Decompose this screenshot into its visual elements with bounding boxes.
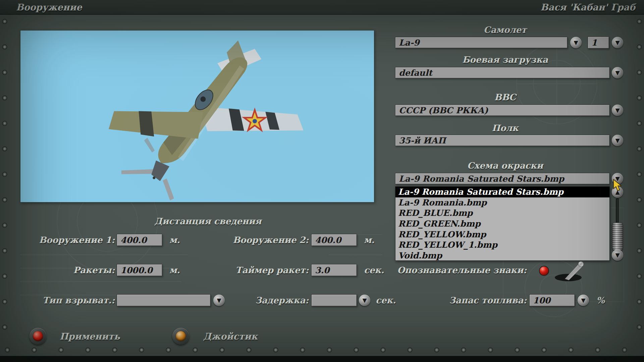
chevron-down-icon: ▼ xyxy=(615,108,620,113)
delay-dropdown-button[interactable]: ▼ xyxy=(359,295,370,306)
regiment-dropdown[interactable]: 35-й ИАП xyxy=(395,135,610,146)
toggle-switch-graphic xyxy=(535,258,586,283)
page-title: Вооружение xyxy=(16,0,82,15)
paint-scheme-list: La-9 Romania Saturated Stars.bmpLa-9 Rom… xyxy=(395,186,610,261)
rocket-timer-input[interactable] xyxy=(311,264,357,276)
paint-option[interactable]: La-9 Romania Saturated Stars.bmp xyxy=(395,187,609,197)
paint-scheme-dropdown[interactable]: La-9 Romania Saturated Stars.bmp xyxy=(395,173,610,184)
regiment-section-label: Полк xyxy=(395,123,615,133)
rockets-input[interactable] xyxy=(117,264,162,276)
aircraft-dropdown-button[interactable]: ▼ xyxy=(570,37,582,48)
paint-option[interactable]: RED_YELLOW.bmp xyxy=(395,229,609,240)
loadout-value: default xyxy=(399,68,432,78)
fuel-dropdown-button[interactable]: ▼ xyxy=(578,295,589,306)
weapon1-unit: м. xyxy=(169,235,180,245)
airforce-dropdown-button[interactable]: ▼ xyxy=(612,105,623,116)
joystick-button[interactable] xyxy=(172,328,189,345)
armament-screen: Вооружение Вася 'Кабан' Граб xyxy=(0,0,644,362)
loadout-dropdown[interactable]: default xyxy=(395,67,610,78)
rocket-timer-label: Таймер ракет: xyxy=(188,265,309,275)
paint-scheme-value: La-9 Romania Saturated Stars.bmp xyxy=(399,174,564,184)
paint-list-scroll-down-button[interactable]: ▼ xyxy=(612,249,623,261)
amber-lamp-icon xyxy=(176,331,186,341)
aircraft-count-button[interactable]: ▼ xyxy=(612,37,623,48)
rockets-label: Ракеты: xyxy=(20,265,115,275)
loadout-dropdown-button[interactable]: ▼ xyxy=(612,67,623,78)
rocket-timer-unit: сек. xyxy=(364,265,384,275)
airforce-dropdown[interactable]: СССР (ВВС РККА) xyxy=(395,105,610,116)
airforce-section-label: ВВС xyxy=(395,92,615,102)
fuse-type-label: Тип взрыват.: xyxy=(20,295,115,305)
airforce-value: СССР (ВВС РККА) xyxy=(399,106,488,115)
markings-label: Опознавательные знаки: xyxy=(386,265,527,275)
weapon2-input[interactable] xyxy=(311,234,357,246)
paint-list-scrollbar-thumb[interactable] xyxy=(612,223,623,250)
weapon1-label: Вооружение 1: xyxy=(20,235,115,245)
chevron-down-icon: ▼ xyxy=(615,138,620,143)
joystick-label[interactable]: Джойстик xyxy=(203,331,258,342)
fuel-label: Запас топлива: xyxy=(386,295,527,305)
paint-option[interactable]: RED_GREEN.bmp xyxy=(395,219,609,229)
convergence-heading: Дистанция сведения xyxy=(107,216,309,226)
paint-option[interactable]: La-9 Romania.bmp xyxy=(395,197,609,208)
weapon2-unit: м. xyxy=(364,235,375,245)
delay-label: Задержка: xyxy=(215,295,309,305)
chevron-down-icon: ▼ xyxy=(574,40,578,46)
mouse-cursor xyxy=(612,179,622,191)
aircraft-image xyxy=(20,31,374,202)
markings-toggle-switch[interactable] xyxy=(535,258,586,283)
red-lamp-icon xyxy=(33,331,43,341)
chevron-down-icon: ▼ xyxy=(581,298,585,303)
title-bar: Вооружение Вася 'Кабан' Граб xyxy=(0,0,644,15)
weapon1-input[interactable] xyxy=(117,234,162,246)
loadout-section-label: Боевая загрузка xyxy=(395,55,615,65)
paint-scheme-section-label: Схема окраски xyxy=(395,161,615,171)
aircraft-dropdown[interactable]: La-9 xyxy=(395,37,568,48)
fuse-type-input[interactable] xyxy=(117,294,211,306)
fuel-input[interactable] xyxy=(529,294,575,306)
rockets-unit: м. xyxy=(169,265,180,275)
weapon2-label: Вооружение 2: xyxy=(188,235,309,245)
chevron-down-icon: ▼ xyxy=(362,298,367,303)
paint-option[interactable]: RED_YELLOW_1.bmp xyxy=(395,240,609,250)
aircraft-section-label: Самолет xyxy=(395,25,615,35)
aircraft-count-input[interactable] xyxy=(588,37,609,49)
chevron-down-icon: ▼ xyxy=(615,40,620,46)
paint-option[interactable]: RED_BLUE.bmp xyxy=(395,208,609,219)
apply-button[interactable] xyxy=(30,328,46,345)
regiment-dropdown-button[interactable]: ▼ xyxy=(612,135,623,146)
apply-label[interactable]: Применить xyxy=(60,331,120,342)
footer-strip xyxy=(0,356,644,362)
pilot-name: Вася 'Кабан' Граб xyxy=(541,0,635,15)
aircraft-preview xyxy=(20,30,374,202)
regiment-value: 35-й ИАП xyxy=(399,136,446,145)
aircraft-value: La-9 xyxy=(399,38,420,48)
delay-input[interactable] xyxy=(311,294,357,306)
chevron-down-icon: ▼ xyxy=(615,252,620,258)
chevron-down-icon: ▼ xyxy=(615,70,620,76)
fuel-unit: % xyxy=(596,295,605,305)
